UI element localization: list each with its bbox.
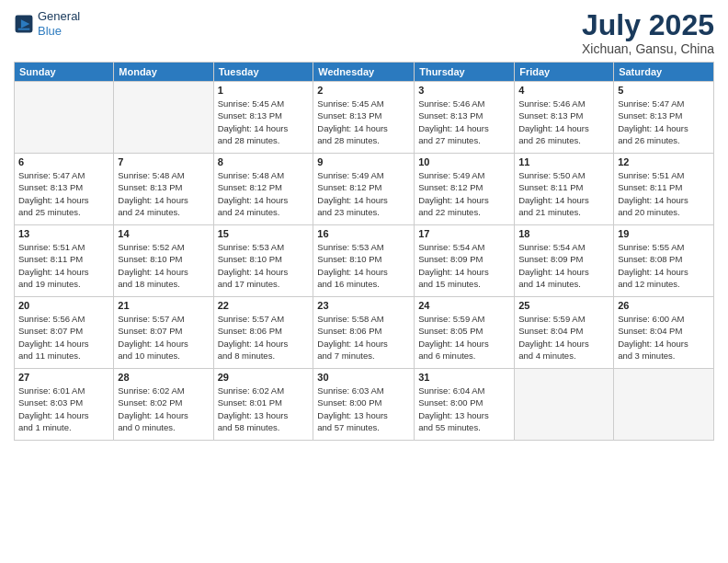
day-number: 2 bbox=[317, 85, 410, 96]
calendar-cell: 10Sunrise: 5:49 AM Sunset: 8:12 PM Dayli… bbox=[415, 154, 515, 225]
weekday-header-cell: Sunday bbox=[15, 63, 114, 82]
calendar-cell: 29Sunrise: 6:02 AM Sunset: 8:01 PM Dayli… bbox=[213, 369, 313, 441]
calendar-cell: 2Sunrise: 5:45 AM Sunset: 8:13 PM Daylig… bbox=[313, 82, 415, 154]
calendar-cell: 1Sunrise: 5:45 AM Sunset: 8:13 PM Daylig… bbox=[213, 82, 313, 154]
day-number: 14 bbox=[118, 228, 209, 239]
day-number: 30 bbox=[317, 372, 410, 383]
day-detail: Sunrise: 5:53 AM Sunset: 8:10 PM Dayligh… bbox=[317, 241, 410, 290]
calendar-cell: 4Sunrise: 5:46 AM Sunset: 8:13 PM Daylig… bbox=[515, 82, 614, 154]
day-number: 15 bbox=[218, 228, 310, 239]
calendar-week-row: 13Sunrise: 5:51 AM Sunset: 8:11 PM Dayli… bbox=[15, 225, 714, 297]
day-number: 8 bbox=[218, 156, 310, 167]
day-detail: Sunrise: 5:47 AM Sunset: 8:13 PM Dayligh… bbox=[618, 98, 710, 146]
day-detail: Sunrise: 5:46 AM Sunset: 8:13 PM Dayligh… bbox=[518, 98, 609, 146]
day-detail: Sunrise: 5:54 AM Sunset: 8:09 PM Dayligh… bbox=[518, 241, 609, 290]
day-detail: Sunrise: 6:03 AM Sunset: 8:00 PM Dayligh… bbox=[317, 385, 410, 433]
day-detail: Sunrise: 5:59 AM Sunset: 8:05 PM Dayligh… bbox=[418, 313, 510, 362]
calendar-cell: 20Sunrise: 5:56 AM Sunset: 8:07 PM Dayli… bbox=[15, 297, 114, 369]
day-number: 16 bbox=[317, 228, 410, 239]
calendar-cell: 11Sunrise: 5:50 AM Sunset: 8:11 PM Dayli… bbox=[515, 154, 614, 225]
day-number: 5 bbox=[618, 85, 710, 96]
calendar-cell: 15Sunrise: 5:53 AM Sunset: 8:10 PM Dayli… bbox=[213, 225, 313, 297]
day-number: 9 bbox=[317, 156, 410, 167]
day-number: 24 bbox=[418, 300, 510, 311]
day-detail: Sunrise: 5:51 AM Sunset: 8:11 PM Dayligh… bbox=[618, 169, 710, 218]
weekday-header-cell: Wednesday bbox=[313, 63, 415, 82]
calendar-cell: 18Sunrise: 5:54 AM Sunset: 8:09 PM Dayli… bbox=[515, 225, 614, 297]
logo: General Blue bbox=[14, 9, 80, 38]
day-detail: Sunrise: 5:47 AM Sunset: 8:13 PM Dayligh… bbox=[18, 169, 109, 218]
day-detail: Sunrise: 5:55 AM Sunset: 8:08 PM Dayligh… bbox=[618, 241, 710, 290]
day-number: 3 bbox=[418, 85, 510, 96]
calendar-cell: 17Sunrise: 5:54 AM Sunset: 8:09 PM Dayli… bbox=[415, 225, 515, 297]
calendar-cell: 31Sunrise: 6:04 AM Sunset: 8:00 PM Dayli… bbox=[415, 369, 515, 441]
calendar-cell: 28Sunrise: 6:02 AM Sunset: 8:02 PM Dayli… bbox=[114, 369, 213, 441]
calendar-table: SundayMondayTuesdayWednesdayThursdayFrid… bbox=[14, 62, 714, 441]
calendar-cell bbox=[15, 82, 114, 154]
weekday-header-row: SundayMondayTuesdayWednesdayThursdayFrid… bbox=[15, 63, 714, 82]
day-detail: Sunrise: 5:48 AM Sunset: 8:12 PM Dayligh… bbox=[218, 169, 310, 218]
day-number: 6 bbox=[18, 156, 109, 167]
day-number: 1 bbox=[218, 85, 310, 96]
calendar-cell: 22Sunrise: 5:57 AM Sunset: 8:06 PM Dayli… bbox=[213, 297, 313, 369]
day-number: 18 bbox=[518, 228, 609, 239]
day-detail: Sunrise: 6:04 AM Sunset: 8:00 PM Dayligh… bbox=[418, 385, 510, 433]
calendar-cell: 7Sunrise: 5:48 AM Sunset: 8:13 PM Daylig… bbox=[114, 154, 213, 225]
calendar-cell: 6Sunrise: 5:47 AM Sunset: 8:13 PM Daylig… bbox=[15, 154, 114, 225]
day-detail: Sunrise: 6:02 AM Sunset: 8:02 PM Dayligh… bbox=[118, 385, 209, 433]
day-detail: Sunrise: 5:52 AM Sunset: 8:10 PM Dayligh… bbox=[118, 241, 209, 290]
calendar-cell: 23Sunrise: 5:58 AM Sunset: 8:06 PM Dayli… bbox=[313, 297, 415, 369]
day-detail: Sunrise: 5:58 AM Sunset: 8:06 PM Dayligh… bbox=[317, 313, 410, 362]
calendar-week-row: 1Sunrise: 5:45 AM Sunset: 8:13 PM Daylig… bbox=[15, 82, 714, 154]
day-detail: Sunrise: 6:01 AM Sunset: 8:03 PM Dayligh… bbox=[18, 385, 109, 433]
day-detail: Sunrise: 6:00 AM Sunset: 8:04 PM Dayligh… bbox=[618, 313, 710, 362]
calendar-cell: 5Sunrise: 5:47 AM Sunset: 8:13 PM Daylig… bbox=[614, 82, 714, 154]
day-number: 7 bbox=[118, 156, 209, 167]
day-detail: Sunrise: 5:45 AM Sunset: 8:13 PM Dayligh… bbox=[218, 98, 310, 146]
weekday-header-cell: Monday bbox=[114, 63, 213, 82]
calendar-cell bbox=[614, 369, 714, 441]
weekday-header-cell: Tuesday bbox=[213, 63, 313, 82]
weekday-header-cell: Thursday bbox=[415, 63, 515, 82]
day-number: 22 bbox=[218, 300, 310, 311]
day-number: 23 bbox=[317, 300, 410, 311]
calendar-cell bbox=[114, 82, 213, 154]
day-number: 27 bbox=[18, 372, 109, 383]
day-detail: Sunrise: 6:02 AM Sunset: 8:01 PM Dayligh… bbox=[218, 385, 310, 433]
weekday-header-cell: Saturday bbox=[614, 63, 714, 82]
calendar-cell: 27Sunrise: 6:01 AM Sunset: 8:03 PM Dayli… bbox=[15, 369, 114, 441]
calendar-cell: 12Sunrise: 5:51 AM Sunset: 8:11 PM Dayli… bbox=[614, 154, 714, 225]
day-number: 25 bbox=[518, 300, 609, 311]
main-title: July 2025 bbox=[582, 9, 714, 41]
calendar-cell: 9Sunrise: 5:49 AM Sunset: 8:12 PM Daylig… bbox=[313, 154, 415, 225]
calendar-cell: 26Sunrise: 6:00 AM Sunset: 8:04 PM Dayli… bbox=[614, 297, 714, 369]
calendar-body: 1Sunrise: 5:45 AM Sunset: 8:13 PM Daylig… bbox=[15, 82, 714, 441]
day-number: 19 bbox=[618, 228, 710, 239]
svg-rect-2 bbox=[18, 28, 30, 29]
day-number: 29 bbox=[218, 372, 310, 383]
day-detail: Sunrise: 5:49 AM Sunset: 8:12 PM Dayligh… bbox=[418, 169, 510, 218]
subtitle: Xichuan, Gansu, China bbox=[582, 41, 714, 56]
page-container: General Blue July 2025 Xichuan, Gansu, C… bbox=[0, 0, 728, 563]
day-detail: Sunrise: 5:51 AM Sunset: 8:11 PM Dayligh… bbox=[18, 241, 109, 290]
calendar-cell: 24Sunrise: 5:59 AM Sunset: 8:05 PM Dayli… bbox=[415, 297, 515, 369]
day-detail: Sunrise: 5:45 AM Sunset: 8:13 PM Dayligh… bbox=[317, 98, 410, 146]
day-detail: Sunrise: 5:46 AM Sunset: 8:13 PM Dayligh… bbox=[418, 98, 510, 146]
day-number: 4 bbox=[518, 85, 609, 96]
calendar-cell: 21Sunrise: 5:57 AM Sunset: 8:07 PM Dayli… bbox=[114, 297, 213, 369]
weekday-header-cell: Friday bbox=[515, 63, 614, 82]
day-number: 10 bbox=[418, 156, 510, 167]
calendar-week-row: 6Sunrise: 5:47 AM Sunset: 8:13 PM Daylig… bbox=[15, 154, 714, 225]
day-detail: Sunrise: 5:56 AM Sunset: 8:07 PM Dayligh… bbox=[18, 313, 109, 362]
day-detail: Sunrise: 5:54 AM Sunset: 8:09 PM Dayligh… bbox=[418, 241, 510, 290]
calendar-cell: 25Sunrise: 5:59 AM Sunset: 8:04 PM Dayli… bbox=[515, 297, 614, 369]
calendar-cell: 30Sunrise: 6:03 AM Sunset: 8:00 PM Dayli… bbox=[313, 369, 415, 441]
calendar-cell: 19Sunrise: 5:55 AM Sunset: 8:08 PM Dayli… bbox=[614, 225, 714, 297]
day-number: 21 bbox=[118, 300, 209, 311]
day-detail: Sunrise: 5:50 AM Sunset: 8:11 PM Dayligh… bbox=[518, 169, 609, 218]
calendar-cell: 13Sunrise: 5:51 AM Sunset: 8:11 PM Dayli… bbox=[15, 225, 114, 297]
day-detail: Sunrise: 5:57 AM Sunset: 8:06 PM Dayligh… bbox=[218, 313, 310, 362]
day-number: 26 bbox=[618, 300, 710, 311]
day-number: 12 bbox=[618, 156, 710, 167]
calendar-week-row: 20Sunrise: 5:56 AM Sunset: 8:07 PM Dayli… bbox=[15, 297, 714, 369]
